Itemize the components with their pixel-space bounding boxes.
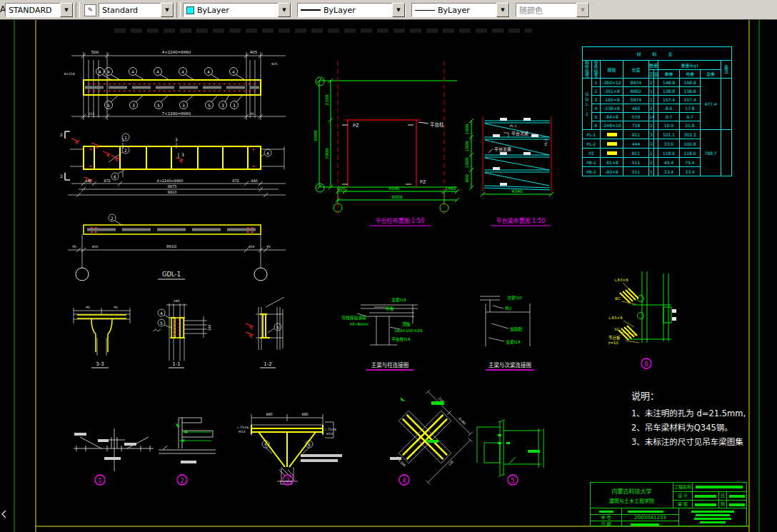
scale-label: 比 [718, 492, 727, 500]
text-style-combo[interactable]: STANDARD ▼ [5, 3, 74, 17]
detail-number: 1 [98, 478, 101, 484]
color-value[interactable]: ByLayer [194, 6, 278, 15]
linetype-line-icon [301, 9, 321, 11]
part-callout: 6 [114, 174, 116, 179]
dim-text: 872 [104, 179, 111, 183]
student-id: 2003041233 [622, 515, 678, 521]
dim-text: 440 [251, 179, 258, 183]
callout-label: SC [614, 327, 619, 331]
detail-title: 主梁与次梁连接图 [488, 361, 531, 368]
dim-style-icon[interactable]: ✎ [84, 4, 96, 16]
dim-text: 2100 [324, 94, 329, 105]
detail-number: 5 [511, 478, 514, 484]
dim-text: 405 [250, 50, 258, 54]
dim-text: 8910 [166, 244, 176, 249]
callout-label: 垫板 [386, 306, 394, 311]
lineweight-combo[interactable]: ByLayer ▼ [411, 3, 510, 17]
title-block: 内蒙古科技大学 建筑与土木工程学院 工程名称 设 计 比 审 核 例 [590, 482, 747, 526]
weld-symbols [71, 139, 183, 183]
dim-text: 900 [464, 174, 469, 183]
callout-label: t=10 [608, 341, 618, 345]
part-callout: 4 [266, 151, 269, 156]
project-label: 工程名称 [673, 483, 693, 491]
dim-style-combo[interactable]: Standard ▼ [99, 3, 174, 17]
table-title: 材 料 表 [583, 47, 732, 61]
dim-text: 95 [266, 245, 271, 249]
dim-style-value[interactable]: Standard [99, 6, 161, 15]
lineweight-line-icon [415, 10, 435, 11]
chevron-down-icon[interactable]: ▼ [496, 3, 509, 17]
note-cell [721, 79, 732, 130]
design-label: 设 计 [673, 492, 693, 500]
callout-label: ∟75×6 [325, 428, 336, 431]
col-header: 总重 [701, 70, 721, 79]
part-callout: 3 [132, 103, 135, 108]
col-header: 长度 [623, 61, 649, 79]
cell: 148.8 [680, 79, 701, 87]
note-cell [721, 130, 732, 176]
detail-title: 主梁与柱连接图 [371, 361, 409, 368]
cell: 1 [592, 79, 601, 87]
col-header: 单重 [658, 70, 680, 79]
callout-label: 次梁I10 [507, 295, 522, 301]
dim-text: 135 [448, 460, 455, 467]
chevron-down-icon[interactable]: ▼ [60, 3, 73, 17]
col-header: 规格 [601, 61, 623, 79]
part-callout: 3 [182, 103, 185, 108]
chevron-down-icon[interactable]: ▼ [392, 3, 405, 17]
part-callout: 4 [232, 69, 235, 74]
part-callout: 4 [99, 69, 101, 74]
ucs-icon [2, 511, 6, 518]
dim-text: 1460 [445, 186, 456, 191]
chevron-down-icon[interactable]: ▼ [278, 3, 291, 17]
part-callout: 4 [107, 69, 110, 74]
section-mark: 3 [175, 137, 178, 142]
dim-text: 4040 [388, 186, 399, 191]
total-cell: 477.4 [701, 79, 721, 130]
beam-label: 平台次梁 [511, 131, 528, 136]
beam-layout-elevation: PL-1 平台次梁 平台主梁 PL-1 1000 1000 1000 900 4… [464, 116, 553, 226]
column-label: 平台柱 [430, 121, 444, 128]
linetype-combo[interactable]: ByLayer ▼ [297, 3, 406, 17]
total-cell: 788.7 [701, 130, 721, 176]
material-table: 材 料 表 构件编号 零件编号 规格 长度 数量 重量(kg) 备注 正 反 单… [582, 46, 732, 176]
col-header: 数量 [649, 61, 658, 70]
date-label: 日 期 [591, 521, 622, 527]
part-callout: 1 [124, 135, 127, 140]
plate-swatch [607, 142, 617, 146]
detail-number: 4 [402, 478, 406, 484]
callout-label: 节点板 [608, 335, 621, 341]
dim-text: 450 [249, 245, 255, 249]
drawing-canvas[interactable]: 4 4 4 4 4 4 4 5 3 5 3 [0, 20, 777, 532]
chevron-down-icon[interactable]: ▼ [161, 3, 174, 17]
dim-text: 480 [301, 412, 309, 416]
lineweight-value[interactable]: ByLayer [435, 6, 496, 15]
callout-label: 件2 [505, 306, 512, 311]
dim-text: 4040 [511, 189, 522, 194]
dim-text: 215 [89, 112, 95, 116]
linetype-value[interactable]: ByLayer [321, 6, 392, 15]
part-callout: 4 [207, 69, 210, 74]
id-label: 学 号 [591, 515, 622, 521]
drawing-title: 平台梁布置图 1:50 [496, 217, 546, 224]
text-style-icon[interactable]: A [0, 4, 5, 16]
text-style-value[interactable]: STANDARD [6, 6, 60, 15]
callout-label: 主梁I18 [391, 297, 406, 303]
dim-text: 4×218 [64, 72, 74, 76]
part-callout: 2 [124, 148, 127, 153]
detail-1: 1 [74, 428, 154, 485]
part-callout: 5 [107, 103, 110, 108]
detail-3: 480 480 5 6 ∟75×6 H13 ∟75×6 H13 3 [237, 412, 342, 485]
note-line: 3、未标注的尺寸见吊车梁图集 [631, 435, 774, 449]
toolbar-separator [176, 2, 181, 18]
cell: -360×12 [601, 79, 623, 87]
dim-text: 6000 [313, 130, 318, 141]
beam-label: 平台主梁 [494, 146, 511, 152]
column-label: PZ [353, 123, 359, 129]
beam-elevation-drawing: 4 4 4 4 4 4 4 5 3 5 3 [64, 50, 286, 120]
part-callout: 4 [181, 69, 184, 74]
dim-text: 8910 [168, 190, 177, 194]
callout-label: ∟63×6 [614, 278, 628, 282]
part-callout: 3 [233, 103, 236, 108]
color-combo[interactable]: ByLayer ▼ [183, 3, 291, 17]
